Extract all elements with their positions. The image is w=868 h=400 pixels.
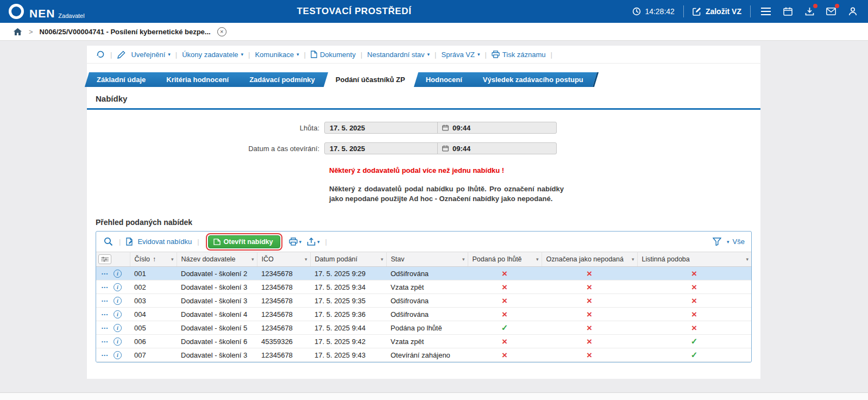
record-card: | Uveřejnění▾ | Úkony zadavatele▾ | Komu…: [87, 46, 760, 379]
table-row[interactable]: •••i004Dodavatel - školení 41234567817. …: [96, 308, 751, 321]
row-menu-icon[interactable]: •••: [102, 326, 109, 330]
col-nazev-dodavatele[interactable]: Název dodavatele▾: [177, 252, 257, 267]
home-icon[interactable]: [13, 28, 22, 36]
info-icon[interactable]: i: [114, 283, 122, 291]
filter-caret-icon[interactable]: ▾: [536, 257, 539, 262]
cross-icon: ×: [502, 296, 507, 306]
user-icon[interactable]: [846, 5, 859, 18]
row-menu-icon[interactable]: •••: [102, 298, 109, 303]
lhuta-time-input[interactable]: 09:44: [438, 122, 556, 133]
table-row[interactable]: •••i003Dodavatel - školení 31234567817. …: [96, 294, 751, 308]
table-row[interactable]: •••i002Dodavatel - školení 31234567817. …: [96, 280, 751, 294]
otevrit-nabidky-button[interactable]: Otevřít nabídky: [208, 235, 280, 248]
row-menu-icon[interactable]: •••: [102, 285, 109, 290]
grid-settings-header[interactable]: [96, 252, 130, 267]
col-cislo[interactable]: Číslo↑▾: [130, 252, 177, 267]
close-record-icon[interactable]: ×: [217, 27, 227, 36]
cell-oznacena-jako-nepodana: ×: [542, 308, 637, 321]
row-menu-icon[interactable]: •••: [102, 353, 109, 358]
filter-caret-icon[interactable]: ▾: [171, 257, 174, 262]
col-podana-po-lhute[interactable]: Podaná po lhůtě▾: [468, 252, 542, 267]
col-ico[interactable]: IČO▾: [257, 252, 310, 267]
menu-nestandardni-stav[interactable]: Nestandardní stav▾: [367, 51, 430, 59]
col-datum-podani[interactable]: Datum podání▾: [310, 252, 386, 267]
filter-caret-icon[interactable]: ▾: [251, 257, 254, 262]
evidovat-nabidku-button[interactable]: Evidovat nabídku: [126, 238, 192, 246]
cell-oznacena-jako-nepodana: ×: [542, 321, 637, 335]
col-stav[interactable]: Stav▾: [386, 252, 468, 267]
cross-icon: ×: [691, 282, 697, 292]
row-menu-icon[interactable]: •••: [102, 271, 109, 276]
filter-caret-icon[interactable]: ▾: [632, 257, 634, 262]
brand[interactable]: NEN Zadavatel: [9, 4, 85, 19]
cell-oznacena-jako-nepodana: ×: [542, 294, 637, 308]
info-icon[interactable]: i: [114, 351, 122, 359]
menu-tisk-zaznamu[interactable]: Tisk záznamu: [492, 51, 546, 59]
brand-name: NEN: [29, 9, 55, 19]
cell-oznacena-jako-nepodana: ×: [542, 267, 637, 280]
tab-label: Výsledek zadávacího postupu: [483, 76, 583, 84]
tab-zakladni-udaje[interactable]: Základní údaje: [89, 72, 156, 87]
grid-settings-icon[interactable]: [98, 254, 111, 264]
menu-ukony-zadavatele[interactable]: Úkony zadavatele▾: [182, 51, 243, 59]
filter-caret-icon[interactable]: ▾: [746, 257, 749, 262]
cell-ico: 12345678: [257, 267, 310, 280]
row-menu-icon[interactable]: •••: [102, 312, 109, 317]
edit-record-icon[interactable]: [117, 50, 126, 59]
calendar-icon[interactable]: [781, 5, 794, 18]
filter-vse-dropdown[interactable]: ▾Vše: [727, 238, 745, 246]
info-icon[interactable]: i: [114, 324, 122, 332]
create-vz-button[interactable]: Založit VZ: [693, 7, 741, 16]
tab-vysledek-zadavaciho-postupu[interactable]: Výsledek zadávacího postupu: [475, 72, 594, 87]
cell-stav: Vzata zpět: [386, 335, 468, 348]
info-icon[interactable]: i: [114, 310, 122, 318]
filter-icon[interactable]: [712, 237, 722, 247]
history-icon[interactable]: [96, 49, 105, 59]
menu-komunikace[interactable]: Komunikace▾: [255, 51, 299, 59]
lhuta-label: Lhůta:: [87, 124, 324, 132]
table-row[interactable]: •••i006Dodavatel - školení 64535932617. …: [96, 335, 751, 348]
cross-icon: ×: [502, 268, 507, 279]
tab-kriteria-hodnoceni[interactable]: Kritéria hodnocení: [159, 72, 240, 87]
oteviranai-date-input[interactable]: 17. 5. 2025: [325, 143, 438, 154]
downloads-icon[interactable]: [803, 5, 816, 18]
table-row[interactable]: •••i007Dodavatel - školení 31234567817. …: [96, 348, 751, 362]
info-icon[interactable]: i: [114, 297, 122, 305]
menu-uverejneni[interactable]: Uveřejnění▾: [131, 51, 170, 59]
lhuta-date-input[interactable]: 17. 5. 2025: [325, 122, 438, 133]
breadcrumb-record[interactable]: N006/25/V00004741 - Posílení kybernetick…: [40, 28, 211, 36]
menu-sprava-vz[interactable]: Správa VZ▾: [442, 51, 480, 59]
tab-label: Podání účastníků ZP: [336, 76, 405, 84]
search-icon[interactable]: [103, 236, 114, 247]
col-listinna-podoba[interactable]: Listinná podoba▾: [637, 252, 751, 267]
messages-badge: [835, 4, 839, 8]
cell-dodavatel: Dodavatel - školení 4: [177, 308, 257, 321]
col-label: Označena jako nepodaná: [546, 255, 624, 263]
filter-caret-icon[interactable]: ▾: [381, 257, 383, 262]
filter-caret-icon[interactable]: ▾: [462, 257, 465, 262]
cell-actions: •••i: [96, 348, 130, 362]
export-dropdown[interactable]: ▾: [307, 238, 320, 246]
info-icon[interactable]: i: [114, 270, 122, 278]
toolbar-divider: |: [175, 51, 177, 59]
cell-actions: •••i: [96, 308, 130, 321]
tab-zadavaci-podminky[interactable]: Zadávací podmínky: [242, 72, 326, 87]
oteviranai-time-input[interactable]: 09:44: [438, 143, 556, 154]
top-bar: NEN Zadavatel TESTOVACÍ PROSTŘEDÍ 14:28:…: [0, 0, 868, 23]
menu-icon[interactable]: [759, 5, 772, 18]
row-menu-icon[interactable]: •••: [102, 339, 109, 344]
col-oznacena-jako-nepodana[interactable]: Označena jako nepodaná▾: [542, 252, 637, 267]
clock-icon: [632, 7, 641, 16]
tab-hodnoceni[interactable]: Hodnocení: [418, 72, 473, 87]
info-icon[interactable]: i: [114, 338, 122, 346]
filter-caret-icon[interactable]: ▾: [305, 257, 307, 262]
table-row[interactable]: •••i001Dodavatel - školení 21234567817. …: [96, 267, 751, 280]
check-icon: ✓: [691, 336, 698, 346]
print-grid-dropdown[interactable]: ▾: [289, 238, 302, 246]
table-row[interactable]: •••i005Dodavatel - školení 51234567817. …: [96, 321, 751, 335]
edit-square-icon: [693, 7, 702, 16]
menu-label: Tisk záznamu: [502, 51, 546, 59]
messages-icon[interactable]: [825, 5, 838, 18]
tab-podani-ucastniku-zp[interactable]: Podání účastníků ZP: [328, 72, 416, 87]
menu-dokumenty[interactable]: Dokumenty: [311, 51, 356, 59]
